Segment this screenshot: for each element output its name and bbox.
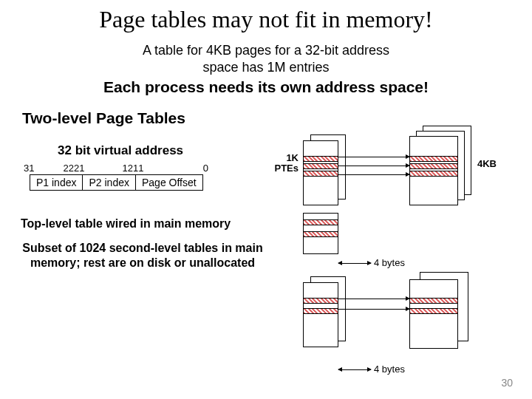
ptes-label-1k: 1K	[269, 152, 299, 163]
pointer-arrow	[338, 309, 409, 310]
pte-box-front	[303, 140, 338, 205]
page-number: 30	[501, 377, 513, 389]
page-offset-cell: Page Offset	[135, 174, 202, 190]
bytes-label: 4 bytes	[374, 364, 405, 375]
subtitle: A table for 4KB pages for a 32-bit addre…	[0, 42, 532, 77]
address-fields-table: P1 index P2 index Page Offset	[30, 174, 203, 191]
pointer-arrow	[338, 174, 409, 175]
bit-11: 11	[133, 163, 151, 174]
ptes-label-ptes: PTEs	[263, 163, 299, 174]
p2-index-cell: P2 index	[83, 174, 135, 190]
bit-31: 31	[24, 163, 37, 174]
page-box	[409, 279, 458, 349]
width-arrow	[338, 369, 371, 370]
pte-box-mid	[303, 213, 338, 254]
bit-0: 0	[151, 163, 208, 174]
p1-index-cell: P1 index	[30, 174, 83, 190]
pointer-arrow	[338, 157, 409, 157]
page-box	[409, 136, 458, 205]
second-level-note: Subset of 1024 second-level tables in ma…	[21, 241, 265, 270]
emphasis-line: Each process needs its own address space…	[0, 78, 532, 96]
bit-12: 12	[90, 163, 133, 174]
slide-title: Page tables may not fit in memory!	[0, 6, 532, 33]
pte-box-front	[303, 282, 338, 347]
subtitle-line1: A table for 4KB pages for a 32-bit addre…	[143, 43, 389, 58]
pointer-arrow	[338, 166, 409, 166]
section-heading: Two-level Page Tables	[22, 109, 532, 127]
width-arrow	[338, 263, 371, 264]
bit-21: 21	[74, 163, 90, 174]
pointer-arrow	[338, 299, 409, 299]
subtitle-line2: space has 1M entries	[202, 60, 329, 75]
page-table-diagram: 1K PTEs 4KB 4 bytes 4 bytes	[290, 140, 526, 384]
bit-22: 22	[37, 163, 74, 174]
page-size-label: 4KB	[477, 158, 497, 169]
bytes-label: 4 bytes	[374, 257, 405, 268]
